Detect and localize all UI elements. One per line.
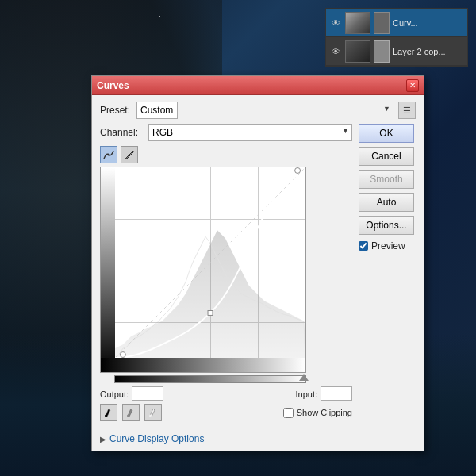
eyedropper-white-icon xyxy=(148,407,159,418)
output-label: Output: xyxy=(100,390,129,399)
curves-graph[interactable] xyxy=(100,167,306,373)
dialog-title: Curves xyxy=(97,80,129,91)
channel-row: Channel: RGB Red Green Blue xyxy=(100,124,352,141)
svg-point-5 xyxy=(105,415,107,417)
svg-line-1 xyxy=(115,167,305,358)
layer-name: Curv... xyxy=(393,18,464,28)
close-button[interactable]: ✕ xyxy=(406,79,419,92)
show-clipping-label: Show Clipping xyxy=(297,408,352,417)
layer-visibility-icon[interactable]: 👁 xyxy=(329,45,342,58)
svg-point-6 xyxy=(127,415,129,417)
preset-menu-icon[interactable]: ☰ xyxy=(398,102,416,119)
dialog-titlebar: Curves ✕ xyxy=(92,76,424,95)
svg-point-0 xyxy=(108,154,110,156)
curve-line xyxy=(115,167,305,358)
input-slider-row xyxy=(114,374,306,385)
gradient-strip-left xyxy=(101,167,115,372)
layer-name: Layer 2 cop... xyxy=(393,47,464,56)
curve-display-options-link[interactable]: Curve Display Options xyxy=(109,433,204,444)
slider-handle-right[interactable] xyxy=(299,374,309,381)
show-clipping-checkbox[interactable] xyxy=(283,408,294,418)
show-clipping-group: Show Clipping xyxy=(283,408,352,418)
right-panel: OK Cancel Smooth Auto Options... Preview xyxy=(359,124,416,444)
dialog-main: Channel: RGB Red Green Blue xyxy=(100,124,416,444)
pencil-tool-icon xyxy=(124,149,135,160)
left-panel: Channel: RGB Red Green Blue xyxy=(100,124,352,444)
channel-select[interactable]: RGB Red Green Blue xyxy=(148,124,352,141)
tool-row xyxy=(100,146,352,163)
layer-item[interactable]: 👁 Curv... xyxy=(326,9,467,37)
auto-button[interactable]: Auto xyxy=(359,193,414,212)
channel-label: Channel: xyxy=(100,127,144,138)
svg-rect-2 xyxy=(208,310,213,315)
curves-dialog: Curves ✕ Preset: Custom ☰ Channel: xyxy=(91,75,424,451)
eyedropper-black-button[interactable] xyxy=(100,404,117,421)
expand-icon: ▶ xyxy=(100,435,106,443)
preset-row: Preset: Custom ☰ xyxy=(100,102,416,119)
layer-visibility-icon[interactable]: 👁 xyxy=(329,17,342,29)
preset-label: Preset: xyxy=(100,105,132,116)
ok-button[interactable]: OK xyxy=(359,124,414,143)
output-input-row: Output: Input: xyxy=(100,386,352,401)
pencil-tool-button[interactable] xyxy=(121,146,138,163)
slider-container xyxy=(114,374,306,385)
layer-mask-thumbnail xyxy=(374,40,390,63)
input-value-input[interactable] xyxy=(321,386,352,401)
preset-select[interactable]: Custom xyxy=(136,102,178,119)
channel-select-wrapper: RGB Red Green Blue xyxy=(148,124,352,141)
eyedropper-white-button[interactable] xyxy=(144,404,162,421)
preset-select-wrapper: Custom xyxy=(136,102,393,119)
gradient-slider-track xyxy=(114,375,306,383)
eyedropper-gray-icon xyxy=(125,407,136,418)
svg-point-3 xyxy=(120,352,125,358)
preview-label: Preview xyxy=(371,240,405,251)
preview-row: Preview xyxy=(359,240,416,251)
layer-thumbnail xyxy=(345,12,370,34)
svg-point-7 xyxy=(149,415,152,417)
curve-tool-button[interactable] xyxy=(100,146,117,163)
dialog-content: Preset: Custom ☰ Channel: RGB Red xyxy=(92,95,424,451)
svg-point-4 xyxy=(295,167,301,173)
curve-display-options-row: ▶ Curve Display Options xyxy=(100,428,352,444)
output-input[interactable] xyxy=(132,386,163,401)
output-field-group: Output: xyxy=(100,386,163,401)
curve-tool-icon xyxy=(103,149,114,160)
layer-mask-thumbnail xyxy=(374,12,390,34)
preview-checkbox[interactable] xyxy=(359,241,368,251)
eyedropper-row: Show Clipping xyxy=(100,404,352,421)
options-button[interactable]: Options... xyxy=(359,216,414,235)
input-label: Input: xyxy=(295,390,317,399)
layer-item[interactable]: 👁 Layer 2 cop... xyxy=(326,37,467,66)
layer-thumbnail xyxy=(345,40,370,63)
layers-panel: 👁 Curv... 👁 Layer 2 cop... xyxy=(325,8,468,67)
input-field-group: Input: xyxy=(295,386,352,401)
curves-graph-container xyxy=(100,167,352,373)
eyedropper-black-icon xyxy=(103,407,114,418)
smooth-button[interactable]: Smooth xyxy=(359,170,414,189)
eyedropper-gray-button[interactable] xyxy=(122,404,140,421)
cancel-button[interactable]: Cancel xyxy=(359,147,414,166)
gradient-strip-bottom xyxy=(101,358,305,372)
